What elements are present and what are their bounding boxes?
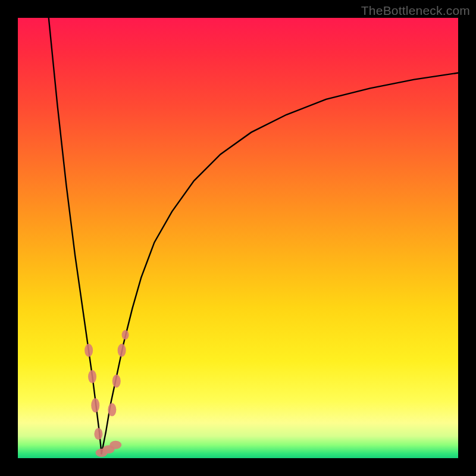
- curves-layer: [18, 18, 458, 458]
- marker-point: [122, 330, 129, 340]
- marker-point: [84, 344, 93, 357]
- marker-point: [108, 403, 116, 416]
- marker-point: [88, 370, 96, 383]
- curve-right-branch: [102, 73, 458, 454]
- curve-left-branch: [49, 18, 102, 454]
- marker-point: [109, 441, 121, 449]
- chart-frame: TheBottleneck.com: [0, 0, 476, 476]
- marker-point: [112, 375, 121, 388]
- marker-point: [94, 428, 102, 440]
- watermark-text: TheBottleneck.com: [361, 4, 470, 18]
- marker-point: [118, 344, 126, 357]
- marker-point: [91, 398, 99, 412]
- plot-area: [18, 18, 458, 458]
